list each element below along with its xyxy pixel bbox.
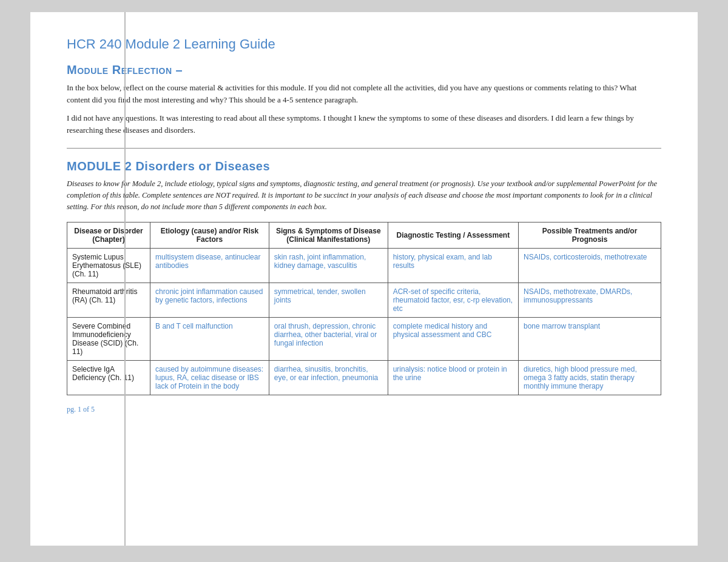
cell-treatment-0: NSAIDs, corticosteroids, methotrexate [519,248,661,283]
col-header-signs: Signs & Symptoms of Disease (Clinical Ma… [269,222,388,248]
reflection-body-2: I did not have any questions. It was int… [67,112,661,136]
document-page: HCR 240 Module 2 Learning Guide Module R… [30,12,698,546]
cell-signs-2: oral thrush, depression, chronic diarrhe… [269,317,388,360]
disorders-table: Disease or Disorder (Chapter) Etiology (… [67,222,661,395]
table-row: Systemic Lupus Erythematosus (SLE) (Ch. … [67,248,661,283]
table-row: Selective IgA Deficiency (Ch. 11)caused … [67,360,661,395]
cell-treatment-2: bone marrow transplant [519,317,661,360]
page-title: HCR 240 Module 2 Learning Guide [67,36,661,52]
col-header-etiology: Etiology (cause) and/or Risk Factors [150,222,269,248]
cell-treatment-3: diuretics, high blood pressure med, omeg… [519,360,661,395]
cell-disease-3: Selective IgA Deficiency (Ch. 11) [67,360,150,395]
cell-diagnostic-3: urinalysis: notice blood or protein in t… [388,360,518,395]
cell-signs-0: skin rash, joint inflammation, kidney da… [269,248,388,283]
cell-signs-1: symmetrical, tender, swollen joints [269,283,388,317]
section-divider [67,148,661,149]
table-row: Severe Combined Immunodeficiency Disease… [67,317,661,360]
col-header-diagnostic: Diagnostic Testing / Assessment [388,222,518,248]
module-reflection-heading: Module Reflection – [67,63,661,77]
cell-etiology-3: caused by autoimmune diseases: lupus, RA… [150,360,269,395]
cell-diagnostic-2: complete medical history and physical as… [388,317,518,360]
cell-disease-1: Rheumatoid arthritis (RA) (Ch. 11) [67,283,150,317]
cell-etiology-2: B and T cell malfunction [150,317,269,360]
cell-disease-0: Systemic Lupus Erythematosus (SLE) (Ch. … [67,248,150,283]
col-header-disease: Disease or Disorder (Chapter) [67,222,150,248]
cell-etiology-0: multisystem disease, antinuclear antibod… [150,248,269,283]
cell-signs-3: diarrhea, sinusitis, bronchitis, eye, or… [269,360,388,395]
table-row: Rheumatoid arthritis (RA) (Ch. 11)chroni… [67,283,661,317]
cell-diagnostic-1: ACR-set of specific criteria, rheumatoid… [388,283,518,317]
module2-intro: Diseases to know for Module 2, include e… [67,178,661,213]
cell-etiology-1: chronic joint inflammation caused by gen… [150,283,269,317]
module2-heading: MODULE 2 Disorders or Diseases [67,159,661,173]
col-header-treatment: Possible Treatments and/or Prognosis [519,222,661,248]
footer: pg. 1 of 5 [67,405,661,414]
left-margin-bar [124,12,126,546]
cell-disease-2: Severe Combined Immunodeficiency Disease… [67,317,150,360]
cell-treatment-1: NSAIDs, methotrexate, DMARDs, immunosupp… [519,283,661,317]
cell-diagnostic-0: history, physical exam, and lab results [388,248,518,283]
reflection-body-1: In the box below, reflect on the course … [67,82,661,106]
